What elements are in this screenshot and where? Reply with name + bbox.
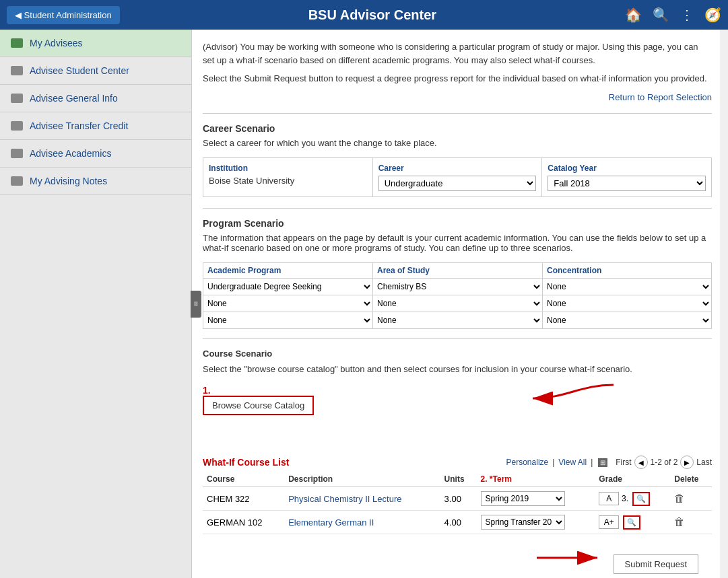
- app-header: ◀ Student Administration BSU Advisor Cen…: [0, 0, 728, 30]
- program-select-3-2[interactable]: None: [372, 312, 542, 329]
- program-select-2-2[interactable]: None: [372, 295, 542, 312]
- sidebar-item-advisee-academics[interactable]: Advisee Academics: [0, 140, 191, 168]
- first-label: First: [616, 458, 631, 467]
- view-all-link[interactable]: View All: [558, 458, 587, 467]
- divider-1: [203, 113, 712, 114]
- col-header-description: Description: [284, 472, 440, 487]
- content-area: (Advisor) You may be working with someon…: [192, 30, 728, 578]
- sidebar-item-label-my-advisees: My Advisees: [30, 38, 83, 48]
- program-select-1-2[interactable]: Chemistry BS None: [372, 279, 542, 295]
- delete-btn-2[interactable]: 🗑: [674, 516, 685, 528]
- annotation-2-number: 2.: [481, 474, 488, 484]
- search-icon[interactable]: 🔍: [653, 7, 669, 23]
- sidebar-icon-general-info: [11, 94, 23, 103]
- institution-group: Institution Boise State University: [203, 157, 372, 197]
- career-form-row: Institution Boise State University Caree…: [203, 157, 712, 197]
- prev-page-button[interactable]: ◀: [634, 456, 648, 469]
- course-table: Course Description Units 2. *Term Grade …: [203, 472, 712, 534]
- col-header-course: Course: [203, 472, 284, 487]
- annotation-1-number: 1.: [203, 385, 211, 396]
- term-cell-2: Spring Transfer 20 Spring 2019: [477, 511, 595, 534]
- sidebar-item-label-general-info: Advisee General Info: [30, 93, 118, 104]
- annotation-arrow-2: [530, 541, 611, 575]
- delete-btn-1[interactable]: 🗑: [674, 493, 685, 505]
- program-col-header-2: Area of Study: [372, 262, 542, 279]
- institution-value: Boise State University: [209, 176, 367, 186]
- home-icon[interactable]: 🏠: [625, 7, 642, 23]
- description-cell-2: Elementary German II: [284, 511, 440, 534]
- grade-input-1[interactable]: [599, 492, 619, 505]
- program-select-2-1[interactable]: None: [203, 295, 372, 312]
- sidebar-item-label-transfer-credit: Advisee Transfer Credit: [30, 120, 128, 131]
- whatif-list-header: What-If Course List Personalize | View A…: [203, 456, 712, 469]
- program-select-3-3[interactable]: None: [542, 312, 712, 329]
- col-header-grade: Grade: [595, 472, 670, 487]
- program-grid-headers: Academic Program Area of Study Concentra…: [203, 262, 712, 279]
- program-select-1-1[interactable]: Undergraduate Degree Seeking None: [203, 279, 372, 295]
- sidebar-item-label-advising-notes: My Advising Notes: [30, 176, 107, 186]
- course-scenario-description: Select the "browse course catalog" butto…: [203, 363, 712, 376]
- program-select-3-1[interactable]: None: [203, 312, 372, 329]
- course-cell-1: CHEM 322: [203, 487, 284, 511]
- grade-num-1: 3.: [622, 494, 628, 503]
- back-button[interactable]: ◀ Student Administration: [7, 6, 120, 24]
- course-scenario-title: Course Scenario: [203, 349, 712, 359]
- whatif-list-title: What-If Course List: [203, 457, 506, 468]
- career-select[interactable]: Undergraduate Graduate: [378, 176, 537, 191]
- course-scenario-section: Course Scenario Select the "browse cours…: [203, 349, 712, 579]
- more-icon[interactable]: ⋮: [680, 7, 694, 23]
- sidebar-item-my-advising-notes[interactable]: My Advising Notes: [0, 168, 191, 195]
- sidebar-item-advisee-student-center[interactable]: Advisee Student Center: [0, 57, 191, 85]
- page-title: BSU Advisor Center: [120, 7, 625, 23]
- table-header-row: Course Description Units 2. *Term Grade …: [203, 472, 712, 487]
- submit-area: Submit Request: [203, 554, 712, 578]
- course-link-1[interactable]: Physical Chemistry II Lecture: [288, 494, 401, 504]
- grade-cell-1: 3. 🔍: [595, 487, 670, 511]
- sidebar-icon-my-advisees: [11, 38, 23, 48]
- view-all-icon-button[interactable]: ⊞: [598, 458, 607, 467]
- submit-request-button[interactable]: Submit Request: [614, 554, 699, 574]
- col-header-units: Units: [440, 472, 477, 487]
- program-scenario-description: The information that appears on the page…: [203, 233, 712, 253]
- user-icon[interactable]: 🧭: [704, 7, 721, 23]
- next-page-button[interactable]: ▶: [680, 456, 694, 469]
- course-cell-2: GERMAN 102: [203, 511, 284, 534]
- sidebar-icon-transfer-credit: [11, 121, 23, 131]
- catalog-year-select[interactable]: Fall 2018 Fall 2017 Fall 2019: [548, 176, 706, 191]
- sidebar-item-my-advisees[interactable]: My Advisees: [0, 30, 191, 57]
- col-header-term: 2. *Term: [477, 472, 595, 487]
- table-row: CHEM 322 Physical Chemistry II Lecture 3…: [203, 487, 712, 511]
- return-to-report-link[interactable]: Return to Report Selection: [609, 92, 712, 102]
- grade-input-2[interactable]: [599, 515, 619, 529]
- info-paragraph-1: (Advisor) You may be working with someon…: [203, 40, 712, 67]
- grade-search-btn-2[interactable]: 🔍: [623, 515, 640, 530]
- career-scenario-section: Career Scenario Select a career for whic…: [203, 123, 712, 197]
- return-link-container: Return to Report Selection: [203, 92, 712, 102]
- col-header-delete: Delete: [670, 472, 712, 487]
- program-select-1-3[interactable]: None: [542, 279, 712, 295]
- program-col-header-3: Concentration: [542, 262, 712, 279]
- scroll-indicator[interactable]: [720, 30, 728, 578]
- program-row-1: Undergraduate Degree Seeking None Chemis…: [203, 279, 712, 295]
- units-cell-2: 4.00: [440, 511, 477, 534]
- sidebar-item-advisee-transfer-credit[interactable]: Advisee Transfer Credit: [0, 112, 191, 140]
- info-paragraph-2: Select the Submit Request button to requ…: [203, 72, 712, 85]
- browse-catalog-area: 1. Browse Course Catalog: [203, 385, 712, 415]
- catalog-year-label: Catalog Year: [548, 164, 706, 173]
- grade-search-btn-1[interactable]: 🔍: [632, 492, 650, 506]
- sidebar-icon-student-center: [11, 66, 23, 75]
- career-group: Career Undergraduate Graduate: [372, 157, 542, 197]
- personalize-link[interactable]: Personalize: [506, 458, 549, 467]
- header-icons: 🏠 🔍 ⋮ 🧭: [625, 7, 721, 23]
- program-scenario-title: Program Scenario: [203, 218, 712, 229]
- page-info: 1-2 of 2: [651, 458, 678, 467]
- sidebar-item-label-student-center: Advisee Student Center: [30, 65, 129, 76]
- term-select-2[interactable]: Spring Transfer 20 Spring 2019: [481, 515, 565, 530]
- program-select-2-3[interactable]: None: [542, 295, 712, 312]
- toggle-panel-button[interactable]: ⏸: [191, 291, 201, 318]
- last-label: Last: [696, 458, 712, 467]
- term-select-1[interactable]: Spring 2019 Spring Transfer 20: [481, 491, 565, 506]
- course-link-2[interactable]: Elementary German II: [288, 517, 374, 528]
- browse-course-catalog-button[interactable]: Browse Course Catalog: [203, 396, 314, 415]
- sidebar-item-advisee-general-info[interactable]: Advisee General Info: [0, 85, 191, 112]
